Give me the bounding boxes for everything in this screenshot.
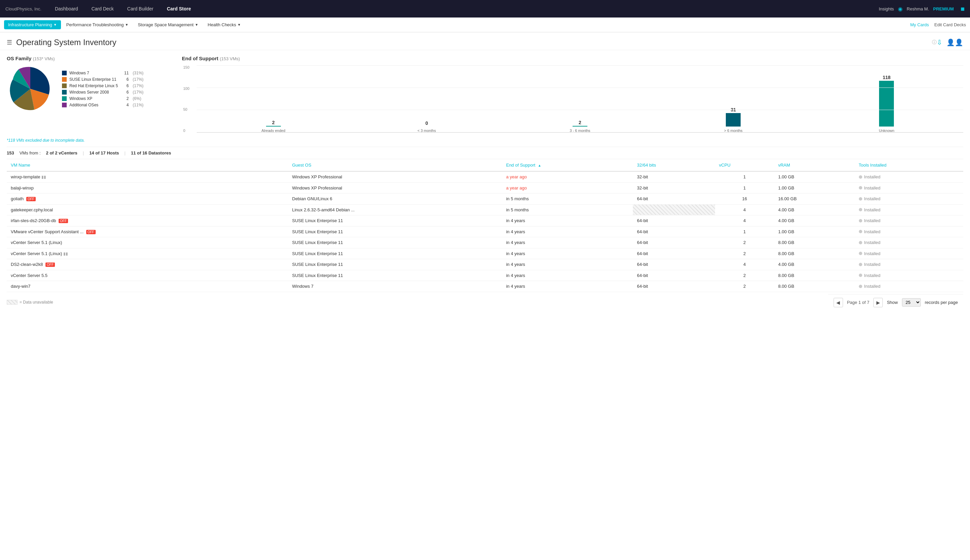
premium-badge[interactable]: PREMIUM — [933, 7, 954, 12]
share-icon[interactable]: 👤👤 — [947, 38, 963, 47]
table-row: DS2-clean-w2k8 OFFSUSE Linux Enterprise … — [7, 259, 963, 270]
nav-storage-space-management[interactable]: Storage Space Management ▼ — [134, 20, 202, 29]
nav-performance-troubleshooting[interactable]: Performance Troubleshooting ▼ — [62, 20, 132, 29]
user-menu[interactable]: Reshma M. — [907, 7, 929, 12]
cell-tools: Installed — [855, 248, 963, 259]
table-footer: = Data unavailable ◀ Page 1 of 7 ▶ Show … — [7, 292, 963, 313]
vm-name-text: goliath — [11, 196, 23, 201]
cell-tools: Installed — [855, 171, 963, 182]
cell-vm-name: davy-win7 — [7, 281, 288, 292]
cell-end-of-support: in 4 years — [502, 259, 633, 270]
wifi-icon: ◉ — [898, 6, 903, 12]
copy-icon[interactable]: ▮▮ — [42, 175, 46, 179]
bar-3-6months: 2 3 - 6 months — [503, 65, 656, 133]
copy-icon[interactable]: ▮▮ — [63, 252, 68, 256]
second-nav-right: My Cards Edit Card Decks — [910, 22, 966, 27]
host-count: 14 of 17 Hosts — [89, 150, 119, 155]
legend-item-suse: SUSE Linux Enterprise 11 6 (17%) — [62, 77, 146, 82]
cell-vcpu: 2 — [715, 281, 774, 292]
top-nav: CloudPhysics, Inc. Dashboard Card Deck C… — [0, 0, 970, 18]
sep2: | — [124, 150, 125, 155]
legend-item-redhat: Red Hat Enterprise Linux 5 6 (17%) — [62, 83, 146, 88]
nav-card-builder[interactable]: Card Builder — [122, 4, 159, 13]
bar-value-3-6months: 2 — [579, 120, 581, 125]
legend-label-windows7: Windows 7 — [69, 71, 118, 75]
nav-dashboard[interactable]: Dashboard — [50, 4, 84, 13]
cell-vcpu: 2 — [715, 270, 774, 281]
nav-card-deck[interactable]: Card Deck — [86, 4, 119, 13]
cell-tools: Installed — [855, 270, 963, 281]
bar-rect-3-6months — [573, 126, 587, 127]
col-vm-name[interactable]: VM Name — [7, 159, 288, 171]
cell-vram: 4.00 GB — [774, 204, 855, 215]
tools-dot — [859, 208, 862, 212]
cell-vram: 1.00 GB — [774, 182, 855, 193]
chevron-down-icon: ▼ — [54, 23, 57, 27]
tools-dot — [859, 186, 862, 190]
cell-tools: Installed — [855, 182, 963, 193]
cell-vcpu: 2 — [715, 248, 774, 259]
cell-bits: 64-bit — [633, 226, 715, 237]
tools-dot — [859, 241, 862, 244]
col-end-of-support[interactable]: End of Support ▲ — [502, 159, 633, 171]
vm-summary: 153 VMs from : 2 of 2 vCenters | 14 of 1… — [7, 147, 963, 159]
cell-vram: 8.00 GB — [774, 281, 855, 292]
cell-vcpu: 4 — [715, 204, 774, 215]
os-family-pie-chart — [7, 65, 54, 112]
nav-health-checks[interactable]: Health Checks ▼ — [204, 20, 245, 29]
cell-vm-name: balaji-winxp — [7, 182, 288, 193]
vm-table: VM Name Guest OS End of Support ▲ 32/64 … — [7, 159, 963, 292]
vm-name-text: winxp-template — [11, 174, 40, 179]
edit-card-decks-link[interactable]: Edit Card Decks — [934, 22, 966, 27]
tools-dot — [859, 273, 862, 277]
cell-vcpu: 1 — [715, 171, 774, 182]
cell-end-of-support: in 5 months — [502, 204, 633, 215]
cell-vcpu: 16 — [715, 193, 774, 205]
prev-page-button[interactable]: ◀ — [834, 298, 843, 307]
cell-bits: 32-bit — [633, 182, 715, 193]
col-vcpu[interactable]: vCPU — [715, 159, 774, 171]
end-of-support-title: End of Support (153 VMs) — [182, 55, 963, 61]
off-badge: OFF — [86, 230, 95, 234]
nav-card-store[interactable]: Card Store — [161, 4, 196, 13]
col-bits[interactable]: 32/64 bits — [633, 159, 715, 171]
tools-dot — [859, 252, 862, 255]
hamburger-icon[interactable]: ☰ — [7, 39, 12, 46]
brand-name: CloudPhysics, Inc. — [5, 7, 42, 12]
table-row: davy-win7Windows 7in 4 years64-bit28.00 … — [7, 281, 963, 292]
records-per-page-select[interactable]: 25 50 100 — [902, 298, 921, 307]
bar-value-unknown: 118 — [883, 75, 891, 80]
logo-icon: ■ — [961, 5, 965, 13]
tools-dot — [859, 219, 862, 222]
os-family-title: OS Family (153* VMs) — [7, 55, 169, 61]
info-icon[interactable]: ⓘ — [932, 39, 937, 45]
col-guest-os[interactable]: Guest OS — [288, 159, 502, 171]
note-link[interactable]: *118 VMs excluded due to incomplete data… — [7, 138, 85, 143]
nav-infrastructure-planning[interactable]: Infrastructure Planning ▼ — [4, 20, 61, 29]
cell-bits: 64-bit — [633, 259, 715, 270]
vm-name-text: gatekeeper.cphy.local — [11, 207, 53, 212]
my-cards-link[interactable]: My Cards — [910, 22, 929, 27]
cell-guest-os: Windows XP Professional — [288, 182, 502, 193]
cell-tools: Installed — [855, 281, 963, 292]
second-nav: Infrastructure Planning ▼ Performance Tr… — [0, 18, 970, 32]
next-page-button[interactable]: ▶ — [873, 298, 883, 307]
chevron-down-icon: ▼ — [195, 23, 198, 27]
cell-end-of-support: in 4 years — [502, 281, 633, 292]
cell-guest-os: SUSE Linux Enterprise 11 — [288, 270, 502, 281]
chevron-down-icon: ▼ — [237, 23, 241, 27]
download-icon[interactable]: ⇩ — [937, 38, 942, 47]
cell-bits: 64-bit — [633, 193, 715, 205]
cell-tools: Installed — [855, 259, 963, 270]
col-vram[interactable]: vRAM — [774, 159, 855, 171]
cell-bits: 64-bit — [633, 237, 715, 248]
sort-arrow-icon: ▲ — [538, 163, 541, 167]
cell-bits: 64-bit — [633, 248, 715, 259]
insights-button[interactable]: Insights — [879, 7, 894, 12]
col-tools[interactable]: Tools Installed — [855, 159, 963, 171]
legend-color-redhat — [62, 83, 67, 88]
data-unavail-legend: = Data unavailable — [7, 297, 53, 307]
legend-item-windows7: Windows 7 11 (31%) — [62, 71, 146, 75]
cell-vram: 4.00 GB — [774, 259, 855, 270]
page-header: ☰ Operating System Inventory ⓘ ⇩ 👤👤 — [0, 32, 970, 50]
